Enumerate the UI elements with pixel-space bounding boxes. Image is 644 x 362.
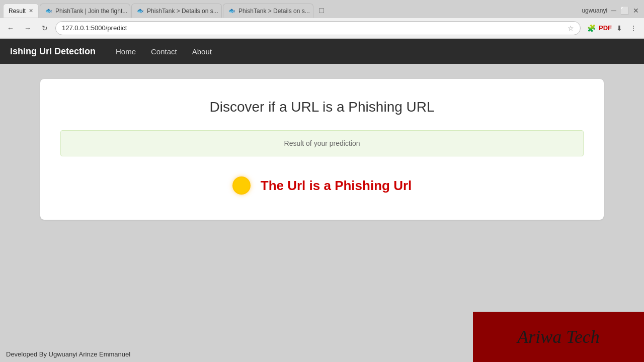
user-name: ugwuanyi bbox=[582, 7, 607, 14]
bookmark-icon[interactable]: ☆ bbox=[568, 24, 574, 32]
nav-home[interactable]: Home bbox=[116, 47, 136, 56]
tab-result-label: Result bbox=[9, 8, 26, 15]
back-button[interactable]: ← bbox=[4, 22, 17, 35]
tab-phishtank2-favicon: 🐟 bbox=[137, 8, 144, 14]
download-icon[interactable]: ⬇ bbox=[613, 22, 626, 35]
browser-actions: 🧩 PDF ⬇ ⋮ bbox=[585, 22, 640, 35]
nav-links: Home Contact About bbox=[116, 47, 212, 56]
tab-phishtank2[interactable]: 🐟 PhishTank > Details on s... ✕ bbox=[131, 4, 222, 18]
warning-icon bbox=[232, 176, 251, 195]
tab-result[interactable]: Result ✕ bbox=[3, 4, 39, 18]
tab-phishtank2-label: PhishTank > Details on s... bbox=[147, 8, 218, 15]
reload-button[interactable]: ↻ bbox=[38, 22, 51, 35]
forward-button[interactable]: → bbox=[21, 22, 34, 35]
card-title: Discover if a URL is a Phishing URL bbox=[60, 99, 584, 115]
content-card: Discover if a URL is a Phishing URL Resu… bbox=[40, 79, 604, 220]
tab-phishtank3[interactable]: 🐟 PhishTank > Details on s... ✕ bbox=[223, 4, 313, 18]
tab-phishtank1-label: PhishTank | Join the fight... bbox=[55, 8, 127, 15]
phishing-result: The Url is a Phishing Url bbox=[261, 178, 412, 194]
nav-about[interactable]: About bbox=[192, 47, 212, 56]
pdf-icon[interactable]: PDF bbox=[599, 22, 612, 35]
tab-bar: Result ✕ 🐟 PhishTank | Join the fight...… bbox=[0, 0, 644, 18]
tab-phishtank1-favicon: 🐟 bbox=[45, 8, 52, 14]
address-bar[interactable]: 127.0.0.1:5000/predict ☆ bbox=[55, 21, 581, 35]
app-brand: ishing Url Detection bbox=[10, 46, 96, 57]
tab-phishtank3-close[interactable]: ✕ bbox=[313, 8, 313, 14]
page-footer: Developed By Ugwuanyi Arinze Emmanuel bbox=[0, 346, 644, 362]
footer-banner-text: Ariwa Tech bbox=[517, 326, 600, 347]
restore-btn[interactable]: ⬜ bbox=[620, 7, 629, 15]
page-footer-text: Developed By Ugwuanyi Arinze Emmanuel bbox=[6, 350, 130, 358]
address-bar-icons: ☆ bbox=[568, 24, 574, 32]
close-btn[interactable]: ✕ bbox=[633, 7, 639, 15]
app-navbar: ishing Url Detection Home Contact About bbox=[0, 39, 644, 64]
tab-result-close[interactable]: ✕ bbox=[29, 8, 33, 14]
result-box: Result of your prediction bbox=[60, 130, 584, 156]
main-content: Discover if a URL is a Phishing URL Resu… bbox=[0, 64, 644, 235]
address-text: 127.0.0.1:5000/predict bbox=[62, 24, 565, 32]
tab-phishtank1[interactable]: 🐟 PhishTank | Join the fight... ✕ bbox=[40, 4, 130, 18]
tab-phishtank2-close[interactable]: ✕ bbox=[221, 8, 222, 14]
result-label: Result of your prediction bbox=[284, 139, 360, 147]
browser-chrome: Result ✕ 🐟 PhishTank | Join the fight...… bbox=[0, 0, 644, 39]
new-tab-button[interactable]: □ bbox=[314, 4, 329, 18]
nav-contact[interactable]: Contact bbox=[151, 47, 177, 56]
browser-toolbar: ← → ↻ 127.0.0.1:5000/predict ☆ 🧩 PDF ⬇ ⋮ bbox=[0, 18, 644, 38]
extensions-icon[interactable]: 🧩 bbox=[585, 22, 598, 35]
tab-phishtank3-label: PhishTank > Details on s... bbox=[238, 8, 310, 15]
tab-phishtank3-favicon: 🐟 bbox=[228, 8, 235, 14]
minimize-btn[interactable]: ─ bbox=[611, 7, 616, 15]
menu-icon[interactable]: ⋮ bbox=[627, 22, 640, 35]
prediction-row: The Url is a Phishing Url bbox=[60, 171, 584, 200]
tab-bar-right: ugwuanyi ─ ⬜ ✕ bbox=[582, 7, 641, 15]
